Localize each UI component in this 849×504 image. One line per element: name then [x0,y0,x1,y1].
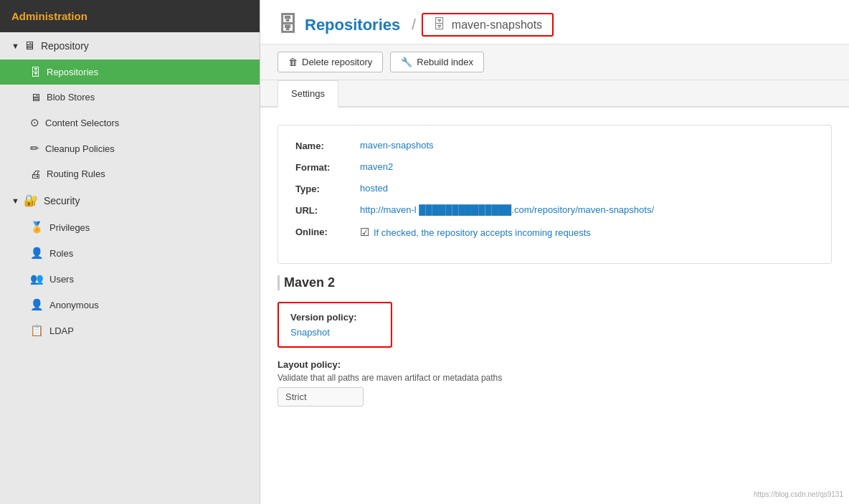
admin-header: Administration [0,0,260,32]
anonymous-icon: 👤 [30,298,44,311]
settings-card: Name: maven-snapshots Format: maven2 Typ… [278,125,832,264]
routing-rules-icon: 🖨 [30,168,41,180]
admin-header-text: Administration [11,10,87,22]
online-field-row: Online: ☑ If checked, the repository acc… [295,226,814,239]
rebuild-icon: 🔧 [401,57,412,67]
delete-repository-button[interactable]: 🗑 Delete repository [278,52,383,72]
privileges-icon: 🏅 [30,221,44,234]
main-content: 🗄 Repositories / 🗄 maven-snapshots 🗑 Del… [260,0,849,504]
repositories-icon: 🗄 [30,66,41,78]
roles-icon: 👤 [30,247,44,260]
repository-arrow-icon: ▼ [11,42,19,50]
layout-policy-section: Layout policy: Validate that all paths a… [278,359,832,406]
sidebar-item-privileges[interactable]: 🏅 Privileges [0,214,260,240]
layout-policy-value: Strict [278,387,364,406]
sidebar-item-users[interactable]: 👥 Users [0,266,260,292]
sidebar-item-blob-stores[interactable]: 🖥 Blob Stores [0,85,260,110]
rebuild-index-button[interactable]: 🔧 Rebuild index [390,52,484,72]
sidebar-section-security[interactable]: ▼ 🔐 Security [0,186,260,214]
toolbar: 🗑 Delete repository 🔧 Rebuild index [260,44,849,80]
page-header: 🗄 Repositories / 🗄 maven-snapshots [260,0,849,44]
repository-section-icon: 🖥 [24,39,35,52]
active-db-icon: 🗄 [433,17,446,32]
active-repository-box: 🗄 maven-snapshots [422,13,554,37]
cleanup-policies-icon: ✏ [30,142,39,155]
sidebar-item-routing-rules[interactable]: 🖨 Routing Rules [0,161,260,186]
sidebar-item-content-selectors[interactable]: ⊙ Content Selectors [0,110,260,135]
url-field-row: URL: http://maven-l ██████████████.com/r… [295,204,814,216]
sidebar-item-anonymous[interactable]: 👤 Anonymous [0,292,260,318]
url-value: http://maven-l ██████████████.com/reposi… [360,204,814,215]
repositories-page-title: Repositories [305,16,400,34]
repository-section-label: Repository [41,40,89,52]
content-selectors-icon: ⊙ [30,116,39,129]
users-label: Users [49,274,74,285]
maven2-heading: Maven 2 [278,275,832,290]
name-value: maven-snapshots [360,140,814,151]
active-repository-name: maven-snapshots [452,19,542,32]
roles-label: Roles [49,248,73,259]
version-policy-value: Snapshot [290,327,379,338]
page-title: 🗄 Repositories [278,13,400,37]
repositories-label: Repositories [47,67,98,77]
delete-label: Delete repository [302,57,372,67]
layout-policy-label: Layout policy: [278,359,832,370]
layout-policy-desc: Validate that all paths are maven artifa… [278,373,832,383]
users-icon: 👥 [30,272,44,285]
format-label: Format: [295,161,360,173]
blob-stores-label: Blob Stores [47,92,95,103]
name-field-row: Name: maven-snapshots [295,140,814,151]
content-area: Name: maven-snapshots Format: maven2 Typ… [260,108,849,504]
format-value: maven2 [360,161,814,172]
online-label: Online: [295,226,360,237]
delete-icon: 🗑 [288,57,298,67]
sidebar-item-roles[interactable]: 👤 Roles [0,240,260,266]
type-label: Type: [295,183,360,194]
format-field-row: Format: maven2 [295,161,814,173]
security-section-label: Security [44,195,80,206]
cleanup-policies-label: Cleanup Policies [45,143,115,154]
online-value-row: ☑ If checked, the repository accepts inc… [360,226,591,239]
security-section-icon: 🔐 [24,194,38,207]
breadcrumb-separator: / [412,16,416,33]
rebuild-label: Rebuild index [417,57,473,67]
type-field-row: Type: hosted [295,183,814,194]
sidebar-item-repositories[interactable]: 🗄 Repositories [0,60,260,85]
tabs-bar: Settings [260,80,849,108]
checkbox-icon: ☑ [360,226,369,239]
sidebar: Administration ▼ 🖥 Repository 🗄 Reposito… [0,0,260,504]
watermark: https://blog.csdn.net/qs9131 [754,490,843,498]
tab-settings[interactable]: Settings [278,80,338,108]
repo-header-icon: 🗄 [278,13,298,37]
ldap-label: LDAP [49,325,74,336]
url-label: URL: [295,204,360,216]
type-value: hosted [360,183,814,194]
security-arrow-icon: ▼ [11,196,19,205]
blob-stores-icon: 🖥 [30,91,41,103]
online-text: If checked, the repository accepts incom… [374,227,591,238]
version-policy-label: Version policy: [290,312,379,323]
ldap-icon: 📋 [30,324,44,337]
version-policy-box: Version policy: Snapshot [278,302,392,348]
privileges-label: Privileges [49,222,90,233]
content-selectors-label: Content Selectors [45,118,119,128]
anonymous-label: Anonymous [49,300,99,310]
routing-rules-label: Routing Rules [47,168,105,179]
maven2-section: Maven 2 Version policy: Snapshot Layout … [278,275,832,406]
sidebar-item-ldap[interactable]: 📋 LDAP [0,318,260,343]
name-label: Name: [295,140,360,151]
sidebar-item-cleanup-policies[interactable]: ✏ Cleanup Policies [0,135,260,161]
sidebar-section-repository[interactable]: ▼ 🖥 Repository [0,32,260,60]
